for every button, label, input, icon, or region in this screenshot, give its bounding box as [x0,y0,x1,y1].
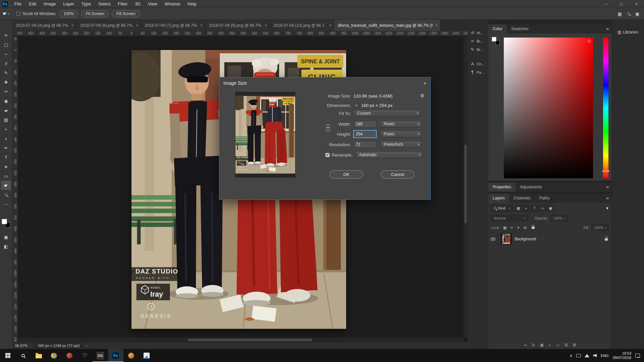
tab-close-icon[interactable]: × [200,23,203,28]
tab-layers[interactable]: Layers [488,194,509,203]
panel-menu-icon[interactable]: ≡ [606,196,609,201]
path-selection-tool[interactable]: ➤ [1,162,11,171]
tab-close-icon[interactable]: × [329,23,331,28]
lock-artboard-icon[interactable]: ⊞ [522,225,528,231]
menu-item-help[interactable]: Help [184,0,200,8]
hue-slider[interactable] [603,38,608,178]
vertical-ruler[interactable]: 5005010015020025030035040045050055060065… [12,36,18,342]
fill-value[interactable]: 100% ▾ [591,224,609,231]
tab-close-icon[interactable]: × [435,23,437,28]
menu-item-view[interactable]: View [144,0,161,8]
tab-adjustments[interactable]: Adjustments [516,183,546,192]
color-swatches[interactable] [2,219,10,228]
filter-smart-objects-icon[interactable]: ▣ [547,205,554,212]
filter-shape-layers-icon[interactable]: ▭ [539,205,546,212]
lock-all-icon[interactable] [530,225,536,231]
scrollbar-thumb[interactable] [187,339,312,341]
menu-item-image[interactable]: Image [40,0,59,8]
language-indicator[interactable]: ENG [601,354,609,358]
clone-stamp-tool[interactable]: ◉ [1,96,11,106]
current-tool-icon[interactable]: ☛ ▾ [3,11,9,17]
workspace-icon[interactable]: ▣ [635,11,639,16]
dialog-options-gear-icon[interactable]: ⚙ [420,93,424,98]
minimize-button[interactable]: ─ [599,0,614,8]
display-icon[interactable] [576,354,581,357]
scrollbar-thumb[interactable] [464,145,467,223]
opacity-value[interactable]: 100% ▾ [550,215,568,222]
panel-menu-icon[interactable]: ≡ [606,26,609,32]
resample-checkbox[interactable] [325,153,330,157]
start-button[interactable] [0,349,15,362]
lock-transparency-icon[interactable]: ▦ [502,225,508,231]
photos[interactable] [139,349,154,362]
cancel-button[interactable]: Cancel [381,170,415,179]
action-center-icon[interactable] [635,354,640,358]
document-tab[interactable]: 2018-07-09 (7).png @ 66.7%...× [141,20,206,31]
panel-brushes[interactable]: ✑Br... [468,37,488,45]
fill-screen-button[interactable]: Fill Screen [112,10,140,17]
adjustment-layer-icon[interactable]: ◐ [549,343,551,347]
tab-paths[interactable]: Paths [535,194,554,203]
scroll-all-windows-option[interactable]: Scroll All Windows [16,11,55,16]
document-tab[interactable]: 2018-07-09 (4).png @ 66.7%...× [12,20,77,31]
crop-tool[interactable]: # [1,59,11,68]
chrome[interactable] [46,349,62,362]
layer-visibility-cell[interactable] [488,233,498,245]
hidden-icons-chevron[interactable]: ∧ [570,353,573,358]
width-input[interactable] [354,120,376,128]
dialog-close-icon[interactable]: × [423,80,426,86]
tab-properties[interactable]: Properties [488,183,516,192]
mini-color-swatches[interactable] [492,37,500,45]
zoom-100-button[interactable]: 100% [59,10,79,17]
zoom-tool[interactable] [1,190,11,199]
volume-icon[interactable] [593,354,597,357]
search-button[interactable] [15,349,31,362]
dimensions-unit-dropdown[interactable]: ▾ [354,103,359,108]
document-tab[interactable]: 2018-07-09 (6).png @ 66.7%...× [77,20,141,31]
blend-mode-select[interactable]: Normal ▾ [491,215,528,222]
horizontal-ruler[interactable]: 5505004504003503002502001501005005010015… [12,31,468,36]
panel-menu-icon[interactable]: ≡ [606,185,609,190]
filter-pixel-layers-icon[interactable]: ▦ [515,205,522,212]
tab-channels[interactable]: Channels [509,194,535,203]
tab-color[interactable]: Color [488,24,507,34]
document-tab[interactable]: dforce_tracksuit_outfit_textures_main.jp… [334,20,440,31]
menu-item-filter[interactable]: Filter [114,0,131,8]
type-tool[interactable]: T [1,153,11,162]
delete-layer-icon[interactable]: ⊠ [573,343,576,347]
edit-toolbar[interactable]: ⋯ [1,199,11,209]
resample-select[interactable]: Automatic [356,151,423,159]
menu-item-type[interactable]: Type [78,0,95,8]
tab-close-icon[interactable]: × [265,23,267,28]
lasso-tool[interactable]: ∽ [1,49,11,59]
tab-close-icon[interactable]: × [136,23,138,28]
app-icon-orange[interactable] [123,349,139,362]
menu-item-layer[interactable]: Layer [60,0,78,8]
panel-history[interactable]: ↺Hi... [468,28,488,37]
pen-tool[interactable]: ✒ [1,143,11,153]
daz-studio[interactable]: DS [93,349,108,362]
marquee-tool[interactable]: ▢ [1,40,11,49]
link-layers-icon[interactable]: ∞ [524,343,527,347]
tab-close-icon[interactable]: × [71,23,74,28]
layer-name[interactable]: Background [515,237,536,241]
dialog-titlebar[interactable]: Image Size × [219,77,430,89]
ok-button[interactable]: OK [329,170,363,179]
layer-thumbnail[interactable] [501,234,512,244]
width-unit-select[interactable]: Pixels [380,120,422,128]
resolution-input[interactable] [354,141,376,148]
menu-item-select[interactable]: Select [95,0,114,8]
vertical-scrollbar[interactable] [464,36,468,338]
dodge-tool[interactable]: ◖ [1,134,11,143]
menu-item-3d[interactable]: 3D [131,0,144,8]
menu-item-edit[interactable]: Edit [25,0,40,8]
filter-type-layers-icon[interactable]: T [531,205,538,212]
layer-effects-icon[interactable]: fx [532,343,535,347]
app-icon-red[interactable] [62,349,77,362]
scroll-all-windows-checkbox[interactable] [16,12,20,16]
app-icon-heart[interactable]: ♡ [77,349,93,362]
screen-mode[interactable]: ◧ [1,242,11,251]
tab-swatches[interactable]: Swatches [507,24,533,34]
maximize-button[interactable]: □ [614,0,629,8]
hue-slider-marker[interactable] [602,170,609,172]
